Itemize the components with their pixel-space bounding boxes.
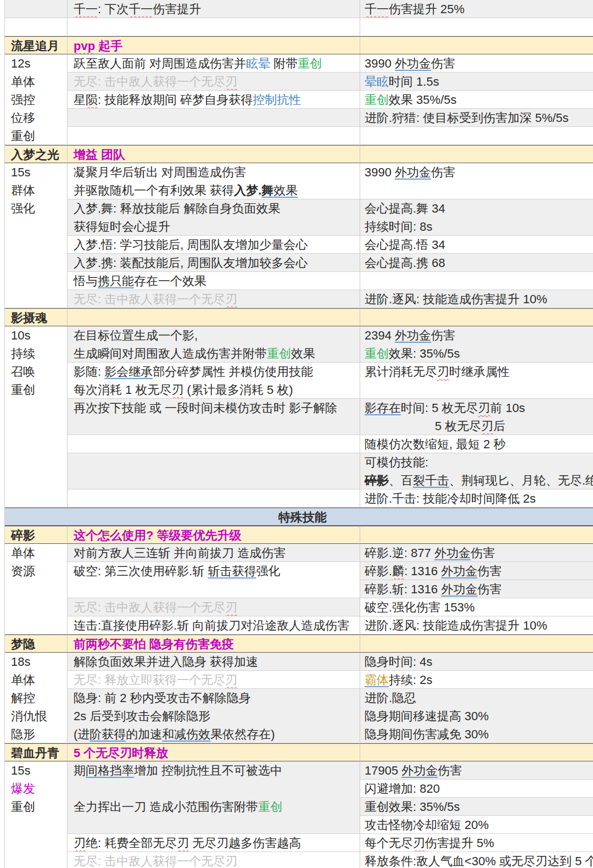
skill-stat[interactable]: 累计消耗无尽刃时继承属性: [360, 363, 593, 399]
skill-desc[interactable]: 无尽: 击中敌人获得一个无尽刃: [68, 290, 360, 308]
skill-name-mengyin[interactable]: 梦隐: [5, 635, 68, 653]
table-cell[interactable]: [360, 18, 593, 36]
skill-stat[interactable]: 重创效果 35%/5s: [360, 91, 593, 109]
skill-desc[interactable]: 无尽: 释放立即获得一个无尽刃: [68, 671, 360, 689]
skill-stat[interactable]: 释放条件:敌人气血<30% 或无尽刃达到 5 个: [360, 852, 593, 868]
skill-stat[interactable]: 攻击怪物冷却缩短 20%: [360, 816, 593, 834]
table-cell[interactable]: [5, 0, 68, 18]
skill-note-liuxingzhuiyue[interactable]: pvp 起手: [68, 36, 360, 54]
skill-desc[interactable]: 凝聚月华后斩出 对周围造成伤害并驱散随机一个有利效果 获得入梦.舞效果: [68, 163, 360, 199]
skill-note-suiying[interactable]: 这个怎么使用? 等级要优先升级: [68, 526, 360, 544]
table-cell[interactable]: [68, 109, 360, 127]
skill-stat[interactable]: 霸体持续: 2s: [360, 671, 593, 689]
skill-stat[interactable]: 破空.强化伤害 153%: [360, 598, 593, 616]
skill-stat[interactable]: 会心提高.携 68: [360, 254, 593, 272]
skill-stat[interactable]: 晕眩时间 1.5s: [360, 73, 593, 91]
skill-tags-yingshehun[interactable]: 10s持续召唤重创: [5, 326, 68, 508]
skill-stat[interactable]: 进阶.逐风: 技能造成伤害提升 10%: [360, 290, 593, 308]
text-segment: 时继承属性: [449, 365, 510, 379]
skill-desc[interactable]: 入梦.携: 装配技能后, 周围队友增加较多会心: [68, 254, 360, 272]
skill-stat[interactable]: 3990 外功金伤害: [360, 54, 593, 73]
skill-desc[interactable]: 解除负面效果并进入隐身 获得加速: [68, 653, 360, 671]
text-segment: 破空.强化伤害 153%: [365, 600, 475, 614]
skill-tags-bixuedanqing[interactable]: 15s爆发重创: [5, 761, 68, 868]
table-cell[interactable]: [68, 489, 360, 508]
skill-stat[interactable]: 重创效果: 35%/5s: [360, 798, 593, 816]
skill-note-bixuedanqing[interactable]: 5 个无尽刃时释放: [68, 743, 360, 761]
skill-desc[interactable]: 悟与携只能存在一个效果: [68, 272, 360, 290]
text-line: 12s: [11, 54, 64, 73]
skill-stat[interactable]: 碎影.麟: 1316 外功金伤害: [360, 562, 593, 580]
skill-desc[interactable]: 千一: 下次千一伤害提升: [68, 0, 360, 18]
skill-stat[interactable]: 可模仿技能:碎影、百裂千击、荆轲现匕、月轮、无尽.绝: [360, 453, 593, 489]
text-line: 持续时间: 8s: [365, 218, 593, 236]
table-cell[interactable]: [360, 743, 593, 761]
skill-desc[interactable]: 无尽: 击中敌人获得一个无尽刃: [68, 598, 360, 616]
skill-desc[interactable]: 跃至敌人面前 对周围造成伤害并眩晕 附带重创: [68, 54, 360, 73]
table-cell[interactable]: [68, 18, 360, 36]
skill-desc[interactable]: 刃绝: 耗费全部无尽刃 无尽刃越多伤害越高: [68, 834, 360, 852]
skill-desc[interactable]: 对前方敌人三连斩 并向前拔刀 造成伤害: [68, 544, 360, 562]
skill-stat[interactable]: 隐身时间: 4s: [360, 653, 593, 671]
text-line: 重创: [11, 127, 64, 145]
text-line: [74, 580, 356, 598]
text-segment: 千一: [365, 2, 389, 16]
table-cell[interactable]: [68, 127, 360, 145]
skill-stat[interactable]: 会心提高.悟 34: [360, 236, 593, 254]
skill-stat[interactable]: 随模仿次数缩短, 最短 2 秒: [360, 435, 593, 453]
skill-desc[interactable]: 影随: 影会继承部分碎梦属性 并模仿使用技能每次消耗 1 枚无尽刃 (累计最多消…: [68, 363, 360, 399]
table-cell[interactable]: [5, 18, 68, 36]
skill-tags-mengyin[interactable]: 18s单体解控消仇恨隐形: [5, 653, 68, 743]
table-cell[interactable]: [68, 435, 360, 453]
skill-stat[interactable]: 进阶.隐忍隐身期间移速提高 30%隐身期间伤害减免 30%: [360, 689, 593, 743]
skill-stat[interactable]: 闪避增加: 820: [360, 780, 593, 798]
skill-tags-rumengzhiguang[interactable]: 15s群体强化: [5, 163, 68, 308]
table-cell[interactable]: [360, 308, 593, 326]
skill-stat[interactable]: 进阶.千击: 技能冷却时间降低 2s: [360, 489, 593, 508]
skill-stat[interactable]: 千一伤害提升 25%: [360, 0, 593, 18]
skill-note-mengyin[interactable]: 前两秒不要怕 隐身有伤害免疫: [68, 635, 360, 653]
skill-desc[interactable]: 入梦.舞: 释放技能后 解除自身负面效果获得短时会心提升: [68, 199, 360, 236]
skill-desc[interactable]: 在目标位置生成一个影,生成瞬间对周围敌人造成伤害并附带重创效果: [68, 326, 360, 363]
skill-desc[interactable]: 期间格挡率增加 控制抗性且不可被选中全力挥出一刀 造成小范围伤害附带重创: [68, 761, 360, 834]
skill-stat[interactable]: 3990 外功金伤害: [360, 163, 593, 199]
skill-name-bixuedanqing[interactable]: 碧血丹青: [5, 743, 68, 761]
text-line: 会心提高.舞 34: [365, 199, 593, 218]
skill-stat[interactable]: 2394 外功金伤害重创效果: 35%/5s: [360, 326, 593, 363]
skill-name-liuxingzhuiyue[interactable]: 流星追月: [5, 36, 68, 54]
skill-desc[interactable]: 连击:直接使用碎影.斩 向前拔刀对沿途敌人造成伤害: [68, 616, 360, 635]
skill-stat[interactable]: 17905 外功金伤害: [360, 761, 593, 780]
skill-desc[interactable]: 破空: 第三次使用碎影.斩 斩击获得强化: [68, 562, 360, 598]
skill-desc[interactable]: 再次按下技能 或 一段时间未模仿攻击时 影子解除: [68, 399, 360, 435]
skill-tags-suiying[interactable]: 单体资源: [5, 544, 68, 635]
skill-note-rumengzhiguang[interactable]: 增益 团队: [68, 145, 360, 163]
skill-desc[interactable]: 星陨: 技能释放期间 碎梦自身获得控制抗性: [68, 91, 360, 109]
text-segment: 生成瞬间对周围敌人造成伤害并附带: [74, 347, 267, 360]
table-cell[interactable]: [360, 272, 593, 290]
skill-name-rumengzhiguang[interactable]: 入梦之光: [5, 145, 68, 163]
skill-stat[interactable]: 影存在时间: 5 枚无尽刃前 10s5 枚无尽刃后: [360, 399, 593, 435]
text-segment: 15s: [11, 764, 30, 777]
table-cell[interactable]: [68, 453, 360, 489]
skill-name-yingshehun[interactable]: 影摄魂: [5, 308, 68, 326]
text-segment: 15s: [11, 165, 30, 179]
table-cell[interactable]: [360, 36, 593, 54]
skill-stat[interactable]: 进阶.逐风: 技能造成伤害提升 10%: [360, 616, 593, 635]
skill-desc[interactable]: 无尽: 击中敌人获得一个无尽刃: [68, 852, 360, 868]
skill-stat[interactable]: 碎影.斩: 1316 外功金伤害: [360, 580, 593, 598]
skill-desc[interactable]: 入梦.悟: 学习技能后, 周围队友增加少量会心: [68, 236, 360, 254]
skill-name-suiying[interactable]: 碎影: [5, 526, 68, 544]
section-header-special[interactable]: 特殊技能: [5, 508, 593, 526]
table-cell[interactable]: [360, 635, 593, 653]
skill-stat[interactable]: 会心提高.舞 34持续时间: 8s: [360, 199, 593, 236]
skill-desc[interactable]: 无尽: 击中敌人获得一个无尽刃: [68, 73, 360, 91]
table-cell[interactable]: [360, 526, 593, 544]
skill-stat[interactable]: 碎影.逆: 877 外功金伤害: [360, 544, 593, 562]
skill-tags-liuxingzhuiyue[interactable]: 12s单体强控位移重创: [5, 54, 68, 145]
table-cell[interactable]: [360, 145, 593, 163]
skill-stat[interactable]: 每个无尽刃伤害提升 5%: [360, 834, 593, 852]
skill-desc[interactable]: 隐身: 前 2 秒内受攻击不解除隐身2s 后受到攻击会解除隐形 (进阶获得的加速…: [68, 689, 360, 743]
table-cell[interactable]: [360, 127, 593, 145]
skill-note-yingshehun[interactable]: [68, 308, 360, 326]
skill-stat[interactable]: 进阶.狩猎: 使目标受到伤害加深 5%/5s: [360, 109, 593, 127]
